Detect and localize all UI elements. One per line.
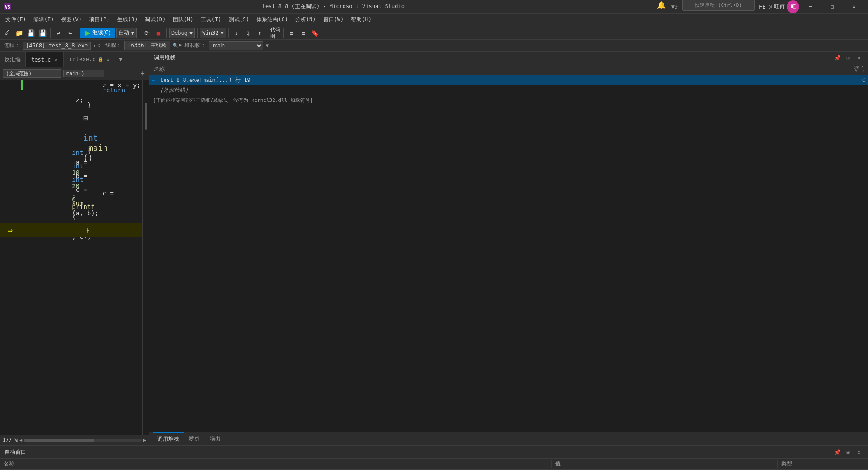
step-into-btn[interactable]: ↓: [231, 28, 242, 38]
auto-table-header: 名称 值 类型: [0, 459, 868, 470]
menu-architecture[interactable]: 体系结构(C): [253, 14, 292, 26]
open-btn[interactable]: 📁: [14, 28, 24, 38]
code-text-13: }: [21, 215, 89, 245]
window-title: test_8_8 (正在调试) - Microsoft Visual Studi…: [11, 3, 656, 10]
close-button[interactable]: ✕: [844, 0, 864, 14]
auto-panel-float-btn[interactable]: ⊞: [844, 448, 853, 457]
notification-icon[interactable]: 🔔: [656, 0, 667, 11]
toolbar-sep-2: [78, 28, 78, 38]
code-map-btn[interactable]: 代码图: [270, 28, 281, 38]
menu-test[interactable]: 测试(S): [225, 14, 253, 26]
user-avatar[interactable]: 旺: [787, 0, 799, 13]
thread-selector[interactable]: [6336] 主线程: [124, 41, 170, 50]
save-btn[interactable]: 💾: [25, 28, 36, 38]
tab-crtexe[interactable]: crtexe.c 🔒 ✕: [64, 52, 116, 67]
code-line-13: ⇒ }: [0, 223, 142, 237]
step-out-btn[interactable]: ↑: [255, 28, 265, 38]
panel-controls: 📌 ⊞ ✕: [833, 53, 863, 62]
menu-tools[interactable]: 工具(T): [197, 14, 225, 26]
zoom-slider[interactable]: [24, 439, 142, 442]
quick-launch[interactable]: 快速启动 (Ctrl+Q): [682, 0, 755, 11]
debug-stop-btn[interactable]: ■: [153, 28, 164, 38]
debug-mode-dropdown[interactable]: Debug ▼: [169, 28, 195, 38]
editor-tab-bar: 反汇编 test.c ✕ crtexe.c 🔒 ✕ ▼: [0, 52, 149, 67]
thread-controls: 🔍 ⚑: [173, 43, 182, 48]
panel-pin-btn[interactable]: 📌: [833, 53, 842, 62]
align-right-btn[interactable]: ≡: [298, 28, 309, 38]
step-over-btn[interactable]: ⤵: [243, 28, 254, 38]
bottom-tab-breakpoints[interactable]: 断点: [184, 432, 204, 445]
platform-dropdown[interactable]: Win32 ▼: [200, 28, 226, 38]
menu-project[interactable]: 项目(P): [85, 14, 113, 26]
panel-close-btn[interactable]: ✕: [854, 53, 863, 62]
auto-panel-controls: 📌 ⊞ ✕: [833, 448, 863, 457]
call-stack-row-0[interactable]: ► test_8_8.exe!main(...) 行 19 C: [149, 75, 868, 85]
function-selector[interactable]: main(): [63, 70, 104, 77]
continue-button[interactable]: ▶ 继续(C): [80, 28, 115, 38]
new-project-btn[interactable]: 🖊: [2, 28, 13, 38]
process-selector[interactable]: [4568] test_8_8.exe: [23, 42, 91, 50]
auto-panel-title: 自动窗口: [5, 448, 26, 456]
code-editor[interactable]: z = x + y; return z;: [0, 80, 142, 435]
thread-label: 线程：: [105, 42, 122, 49]
zoom-decrease-btn[interactable]: ◀: [19, 437, 22, 442]
toolbar-sep-7: [268, 28, 268, 38]
menu-build[interactable]: 生成(B): [113, 14, 142, 26]
undo-btn[interactable]: ↩: [53, 28, 64, 38]
menu-view[interactable]: 视图(V): [57, 14, 85, 26]
col-name-header: 名称: [152, 66, 838, 73]
collapse-icon[interactable]: ⊟: [83, 113, 88, 123]
call-stack-title: 调用堆栈: [154, 54, 175, 62]
bottom-tab-output[interactable]: 输出: [205, 432, 225, 445]
active-row-arrow: ►: [152, 77, 159, 83]
add-watch-btn[interactable]: ＋: [139, 69, 146, 78]
call-stack-main-entry: test_8_8.exe!main(...) 行 19: [159, 76, 838, 84]
menu-analyze[interactable]: 分析(N): [292, 14, 320, 26]
minimize-button[interactable]: ─: [800, 0, 821, 14]
tab-test-c[interactable]: test.c ✕: [26, 52, 64, 67]
tab-dropdown-btn[interactable]: ▼: [116, 52, 125, 67]
call-stack-columns: 名称 语言: [149, 64, 868, 75]
editor-scrollbar[interactable]: [142, 80, 149, 435]
user-area: FE @ 旺何 旺: [759, 0, 799, 14]
redo-btn[interactable]: ↪: [65, 28, 75, 38]
menu-edit[interactable]: 编辑(E): [30, 14, 58, 26]
auto-col-name: 名称: [0, 460, 552, 468]
panel-float-btn[interactable]: ⊞: [844, 53, 853, 62]
zoom-slider-fill: [24, 439, 94, 442]
call-stack-panel: 调用堆栈 📌 ⊞ ✕ 名称 语言 ► test_8_8.exe!main(...…: [149, 52, 868, 445]
toolbar-sep-1: [50, 28, 51, 38]
tab-close-crtexe[interactable]: ✕: [106, 57, 110, 62]
call-stack-row-1[interactable]: [外部代码]: [149, 85, 868, 95]
stackframe-label: 堆栈帧：: [184, 42, 206, 49]
menu-file[interactable]: 文件(F): [2, 14, 30, 26]
save-all-btn[interactable]: 💾: [37, 28, 48, 38]
menu-bar: 文件(F) 编辑(E) 视图(V) 项目(P) 生成(B) 调试(D) 团队(M…: [0, 14, 868, 26]
bottom-tab-callstack[interactable]: 调用堆栈: [153, 432, 184, 445]
auto-panel-close-btn[interactable]: ✕: [854, 448, 863, 457]
continue-dropdown[interactable]: 自动 ▼: [116, 28, 137, 38]
debug-refresh-btn[interactable]: ⟳: [142, 28, 152, 38]
scrollbar-thumb[interactable]: [145, 103, 147, 130]
menu-debug[interactable]: 调试(D): [141, 14, 169, 26]
zoom-increase-btn[interactable]: ▶: [143, 437, 146, 442]
code-area: z = x + y; return z;: [0, 80, 149, 435]
menu-help[interactable]: 帮助(H): [347, 14, 375, 26]
tab-close-test[interactable]: ✕: [53, 57, 58, 62]
tab-disassembly[interactable]: 反汇编: [0, 52, 26, 67]
bookmark-btn[interactable]: 🔖: [310, 28, 321, 38]
align-left-btn[interactable]: ≡: [286, 28, 297, 38]
scope-selector[interactable]: (全局范围): [3, 69, 61, 78]
auto-col-value: 值: [552, 460, 778, 468]
menu-window[interactable]: 窗口(W): [320, 14, 348, 26]
toolbar-sep-6: [228, 28, 229, 38]
call-stack-spacer: [149, 105, 868, 432]
stackframe-arrow[interactable]: ▼: [266, 43, 269, 48]
toolbar: 🖊 📁 💾 💾 ↩ ↪ ▶ 继续(C) 自动 ▼ ⟳ ■ Debug ▼ Win…: [0, 26, 868, 40]
maximize-button[interactable]: □: [822, 0, 843, 14]
menu-team[interactable]: 团队(M): [169, 14, 197, 26]
play-icon: ▶: [85, 28, 90, 37]
auto-panel-pin-btn[interactable]: 📌: [833, 448, 842, 457]
stackframe-selector[interactable]: main: [209, 41, 263, 50]
editor-panel: 反汇编 test.c ✕ crtexe.c 🔒 ✕ ▼ (全局范围) main(…: [0, 52, 149, 445]
